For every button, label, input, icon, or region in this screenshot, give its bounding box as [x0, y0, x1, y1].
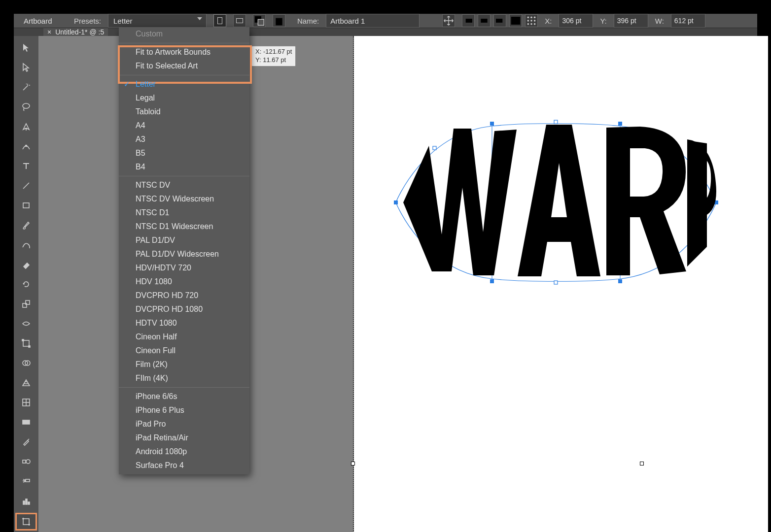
svg-point-12: [527, 17, 529, 18]
column-graph-tool[interactable]: [18, 493, 34, 509]
dd-item[interactable]: Cineon Half: [119, 330, 249, 344]
dd-item[interactable]: Tabloid: [119, 105, 249, 119]
dd-item[interactable]: Android 1080p: [119, 445, 249, 459]
dd-item[interactable]: NTSC DV: [119, 178, 249, 192]
artboard-tool[interactable]: [15, 513, 37, 531]
paintbrush-tool[interactable]: [18, 217, 34, 233]
svg-rect-29: [29, 346, 30, 347]
dd-item[interactable]: DVCPRO HD 720: [119, 289, 249, 302]
selection-tool[interactable]: [18, 40, 34, 56]
orientation-portrait-button[interactable]: [213, 14, 226, 27]
page-handle[interactable]: [640, 462, 644, 466]
type-tool[interactable]: [18, 158, 34, 174]
width-tool[interactable]: [18, 316, 34, 332]
svg-rect-24: [23, 203, 29, 208]
dd-item[interactable]: Surface Pro 4: [119, 459, 249, 472]
dd-item[interactable]: HDV/HDTV 720: [119, 261, 249, 275]
artboard-label: Artboard: [20, 15, 67, 27]
page-handle[interactable]: [351, 462, 355, 466]
document-tab[interactable]: × Untitled-1* @ :5: [43, 28, 108, 36]
warp-text-art[interactable]: [393, 119, 719, 281]
line-tool[interactable]: [18, 178, 34, 194]
dd-item[interactable]: Cineon Full: [119, 344, 249, 358]
mesh-tool[interactable]: [18, 395, 34, 410]
symbol-sprayer-tool[interactable]: [18, 473, 34, 489]
gradient-tool[interactable]: [18, 414, 34, 430]
w-input[interactable]: [671, 14, 705, 28]
dd-item[interactable]: iPhone 6 Plus: [119, 403, 249, 417]
dd-item-custom[interactable]: Custom: [119, 27, 249, 41]
svg-rect-28: [22, 339, 24, 341]
orientation-landscape-button[interactable]: [233, 14, 246, 27]
x-input[interactable]: [559, 14, 593, 28]
dd-item[interactable]: iPhone 6/6s: [119, 390, 249, 403]
eyedropper-tool[interactable]: [18, 434, 34, 450]
dd-item[interactable]: NTSC D1: [119, 206, 249, 220]
dd-item-label: HDTV 1080: [136, 319, 177, 327]
presets-dropdown[interactable]: Letter: [108, 14, 207, 28]
align-right-button[interactable]: [493, 14, 506, 27]
dd-item[interactable]: B5: [119, 146, 249, 160]
dd-item[interactable]: DVCPRO HD 1080: [119, 302, 249, 316]
artboard-page[interactable]: [354, 36, 768, 532]
dd-item-label: DVCPRO HD 720: [136, 291, 198, 299]
close-tab-icon[interactable]: ×: [47, 28, 51, 36]
tools-panel: [14, 36, 38, 532]
direct-selection-tool[interactable]: [18, 60, 34, 75]
dd-item-label: NTSC D1 Widescreen: [136, 222, 213, 231]
dd-item[interactable]: ✓Letter: [119, 77, 249, 91]
dd-item[interactable]: iPad Pro: [119, 417, 249, 431]
dd-item-label: Android 1080p: [136, 447, 187, 456]
svg-rect-51: [490, 122, 494, 126]
dd-item-label: PAL D1/DV: [136, 236, 175, 244]
shape-builder-tool[interactable]: [18, 355, 34, 371]
rectangle-tool[interactable]: [18, 198, 34, 213]
checkmark-icon: ✓: [124, 80, 130, 89]
curvature-tool[interactable]: [18, 138, 34, 154]
dd-item-label: NTSC DV: [136, 181, 170, 189]
artboard-options-bar: Artboard Presets: Letter Name:: [14, 14, 757, 28]
pen-tool[interactable]: [18, 119, 34, 134]
scale-tool[interactable]: [18, 296, 34, 312]
dd-item[interactable]: NTSC DV Widescreen: [119, 192, 249, 206]
reference-point-button[interactable]: [525, 14, 538, 27]
svg-rect-40: [26, 499, 27, 504]
pencil-tool[interactable]: [18, 237, 34, 253]
divider: [119, 43, 249, 43]
dd-item[interactable]: HDTV 1080: [119, 316, 249, 330]
align-left-button[interactable]: [462, 14, 475, 27]
perspective-grid-tool[interactable]: [18, 375, 34, 391]
divider: [119, 75, 249, 75]
dd-item-fit-selected[interactable]: Fit to Selected Art: [119, 59, 249, 73]
dd-item[interactable]: PAL D1/DV: [119, 233, 249, 247]
dd-item[interactable]: HDV 1080: [119, 275, 249, 289]
dd-item[interactable]: A4: [119, 119, 249, 133]
dd-item[interactable]: FIlm (4K): [119, 371, 249, 385]
delete-artboard-button[interactable]: [273, 14, 285, 27]
dd-item[interactable]: B4: [119, 160, 249, 174]
dd-item-fit-artwork[interactable]: Fit to Artwork Bounds: [119, 45, 249, 59]
dd-item[interactable]: Legal: [119, 91, 249, 105]
rotate-tool[interactable]: [18, 276, 34, 292]
dd-item[interactable]: NTSC D1 Widescreen: [119, 220, 249, 233]
artboard-options-button[interactable]: [509, 14, 522, 27]
y-input[interactable]: [614, 14, 648, 28]
dd-item[interactable]: PAL D1/DV Widescreen: [119, 247, 249, 261]
canvas[interactable]: X: -121.67 pt Y: 11.67 pt Custom Fit to …: [38, 36, 757, 532]
align-hcenter-icon: [478, 15, 490, 27]
align-hcenter-button[interactable]: [478, 14, 491, 27]
artboard-name-input[interactable]: [326, 14, 420, 28]
cursor-coordinates-tooltip: X: -121.67 pt Y: 11.67 pt: [251, 46, 296, 66]
dd-item[interactable]: A3: [119, 133, 249, 146]
move-with-artboard-button[interactable]: [442, 14, 455, 27]
eraser-tool[interactable]: [18, 257, 34, 272]
dd-item-label: iPhone 6 Plus: [136, 406, 184, 414]
new-artboard-button[interactable]: [253, 14, 266, 27]
svg-rect-1: [258, 19, 264, 25]
lasso-tool[interactable]: [18, 99, 34, 115]
magic-wand-tool[interactable]: [18, 79, 34, 95]
dd-item[interactable]: Film (2K): [119, 358, 249, 371]
blend-tool[interactable]: [18, 454, 34, 469]
dd-item[interactable]: iPad Retina/Air: [119, 431, 249, 445]
free-transform-tool[interactable]: [18, 335, 34, 351]
